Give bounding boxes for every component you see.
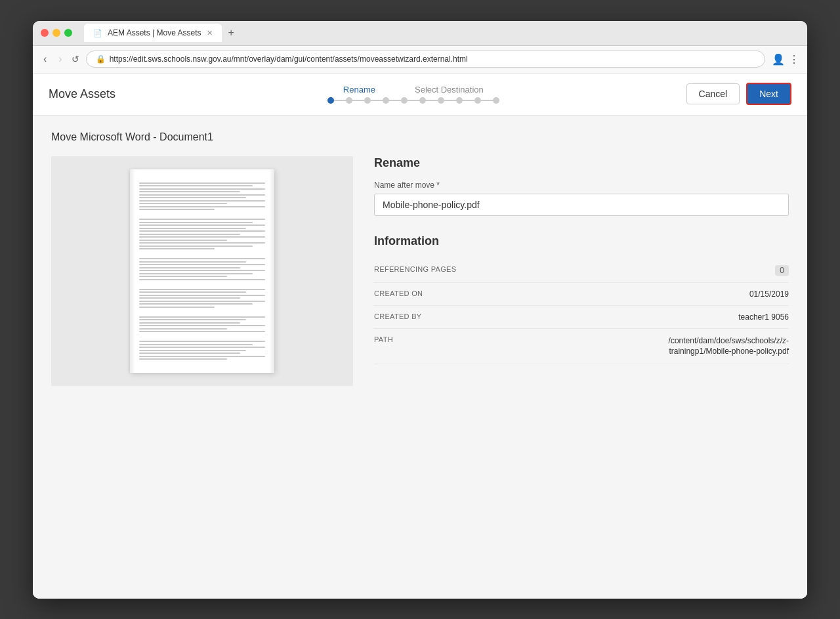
page-title: Move Microsoft Word - Document1 <box>51 131 789 143</box>
rename-panel: Rename Name after move * Information REF… <box>374 156 789 387</box>
step-line-3 <box>371 100 383 101</box>
browser-window: 📄 AEM Assets | Move Assets ✕ + ‹ › ↺ 🔒 h… <box>33 21 807 599</box>
back-button[interactable]: ‹ <box>41 51 49 68</box>
browser-actions: 👤 ⋮ <box>772 53 799 66</box>
info-row-created-on: CREATED ON 01/15/2019 <box>374 283 789 306</box>
browser-tab[interactable]: 📄 AEM Assets | Move Assets ✕ <box>84 24 222 42</box>
info-key-created-by: CREATED BY <box>374 312 421 320</box>
info-value-created-on: 01/15/2019 <box>749 289 789 299</box>
lock-icon: 🔒 <box>96 54 106 64</box>
info-key-path: PATH <box>374 335 393 343</box>
step-line-2 <box>352 100 364 101</box>
information-section-title: Information <box>374 234 789 248</box>
app-title: Move Assets <box>49 87 140 101</box>
step-destination-label: Select Destination <box>415 85 484 95</box>
name-after-move-label: Name after move * <box>374 181 789 190</box>
next-button[interactable]: Next <box>746 83 791 105</box>
document-icon: 📄 <box>93 29 102 37</box>
tab-area: 📄 AEM Assets | Move Assets ✕ + <box>84 24 799 42</box>
minimize-button[interactable] <box>52 29 60 37</box>
app-content: Move Assets Rename Select Destination <box>33 74 807 599</box>
step-dot-1 <box>327 97 334 104</box>
profile-icon[interactable]: 👤 <box>772 53 785 66</box>
step-dot-5 <box>401 97 408 104</box>
document-page <box>130 169 274 374</box>
step-line-4 <box>389 100 401 101</box>
name-after-move-input[interactable] <box>374 194 789 216</box>
menu-icon[interactable]: ⋮ <box>789 53 799 66</box>
tab-close-icon[interactable]: ✕ <box>207 29 213 37</box>
info-row-referencing: REFERENCING PAGES 0 <box>374 259 789 283</box>
step-line-9 <box>481 100 493 101</box>
info-row-path: PATH /content/dam/doe/sws/schools/z/z-tr… <box>374 329 789 365</box>
info-key-created-on: CREATED ON <box>374 289 423 297</box>
step-dot-2 <box>346 97 352 104</box>
step-dot-8 <box>456 97 463 104</box>
refresh-button[interactable]: ↺ <box>72 54 79 64</box>
info-value-path: /content/dam/doe/sws/schools/z/z-trainin… <box>669 335 789 358</box>
step-rename-label: Rename <box>343 85 375 95</box>
step-dot-9 <box>474 97 481 104</box>
document-lines <box>139 182 265 360</box>
address-bar: ‹ › ↺ 🔒 https://edit.sws.schools.nsw.gov… <box>33 46 807 74</box>
close-button[interactable] <box>41 29 49 37</box>
app-header: Move Assets Rename Select Destination <box>33 74 807 116</box>
info-key-referencing: REFERENCING PAGES <box>374 265 456 273</box>
steps-labels: Rename Select Destination <box>343 85 484 95</box>
page-content: Move Microsoft Word - Document1 <box>33 116 807 599</box>
url-text: https://edit.sws.schools.nsw.gov.au/mnt/… <box>110 54 468 64</box>
content-area: Rename Name after move * Information REF… <box>51 156 789 387</box>
title-bar: 📄 AEM Assets | Move Assets ✕ + <box>33 21 807 46</box>
cancel-button[interactable]: Cancel <box>686 83 740 104</box>
tab-title: AEM Assets | Move Assets <box>108 28 201 37</box>
url-bar[interactable]: 🔒 https://edit.sws.schools.nsw.gov.au/mn… <box>86 51 765 68</box>
header-actions: Cancel Next <box>686 83 791 105</box>
document-preview <box>51 156 353 387</box>
step-dot-6 <box>419 97 426 104</box>
info-value-referencing: 0 <box>775 265 789 276</box>
steps-dots <box>327 97 499 104</box>
rename-section-title: Rename <box>374 156 789 170</box>
info-table: REFERENCING PAGES 0 CREATED ON 01/15/201… <box>374 259 789 365</box>
step-line-1 <box>334 100 346 101</box>
info-value-created-by: teacher1 9056 <box>738 312 789 322</box>
step-dot-4 <box>383 97 389 104</box>
step-line-6 <box>426 100 438 101</box>
step-line-5 <box>408 100 419 101</box>
step-dot-7 <box>438 97 444 104</box>
forward-button[interactable]: › <box>56 51 64 68</box>
info-row-created-by: CREATED BY teacher1 9056 <box>374 306 789 329</box>
step-dot-3 <box>364 97 371 104</box>
step-line-7 <box>444 100 456 101</box>
traffic-lights <box>41 29 72 37</box>
step-line-8 <box>463 100 474 101</box>
wizard-steps: Rename Select Destination <box>140 85 686 104</box>
new-tab-button[interactable]: + <box>224 26 238 40</box>
step-dot-10 <box>493 97 499 104</box>
maximize-button[interactable] <box>64 29 72 37</box>
